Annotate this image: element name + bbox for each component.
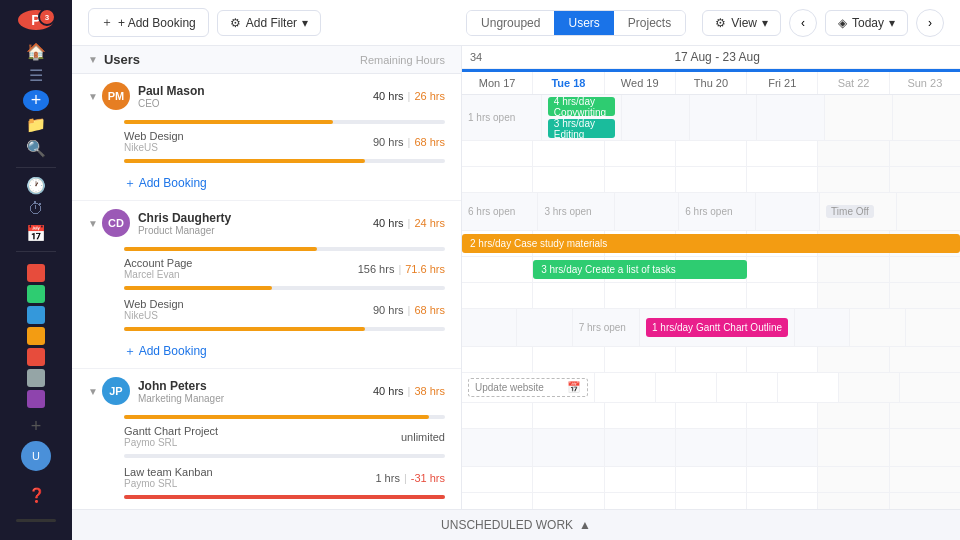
project-hours-gantt: unlimited xyxy=(401,431,445,443)
cal-chris-fri xyxy=(756,193,820,230)
project-client-wd-chris: NikeUS xyxy=(124,310,184,321)
sidebar-help[interactable]: ❓ xyxy=(18,477,54,513)
project-name-lawteam-john: Law team Kanban xyxy=(124,466,213,478)
project-name-account: Account Page xyxy=(124,257,193,269)
user-name-john: John Peters xyxy=(138,379,373,393)
sidebar-color-orange[interactable] xyxy=(27,327,45,345)
cal-cell-wd-sun xyxy=(890,141,960,166)
collapse-john-icon[interactable]: ▼ xyxy=(88,386,98,397)
user-info-chris: Chris Daugherty Product Manager xyxy=(138,211,373,236)
hours-divider: | xyxy=(408,90,411,102)
sidebar-grid[interactable] xyxy=(27,390,45,408)
collapse-paul-icon[interactable]: ▼ xyxy=(88,91,98,102)
sidebar-plus[interactable]: + xyxy=(18,416,54,437)
hours-bar-paul xyxy=(124,120,333,124)
event-gantt-outline[interactable]: 1 hrs/day Gantt Chart Outline xyxy=(646,318,788,337)
left-panel: ▼ Users Remaining Hours ▼ PM Paul Mason … xyxy=(72,46,462,509)
cal-row-john-gantt xyxy=(462,347,960,373)
cal-header-chris: 6 hrs open 3 hrs open 6 hrs open Time Of… xyxy=(462,193,960,231)
cal-row-paul-add xyxy=(462,167,960,193)
event-create-list[interactable]: 3 hrs/day Create a list of tasks xyxy=(533,260,746,279)
app-logo[interactable]: P xyxy=(18,10,54,30)
cal-cell-wd-mon xyxy=(462,141,533,166)
sidebar-color-blue[interactable] xyxy=(27,306,45,324)
user-info-paul: Paul Mason CEO xyxy=(138,84,373,109)
user-row-john: ▼ JP John Peters Marketing Manager 40 hr… xyxy=(72,369,461,413)
sidebar-color-red[interactable] xyxy=(27,264,45,282)
sidebar-search[interactable]: 🔍 xyxy=(18,139,54,159)
week-range: 17 Aug - 23 Aug xyxy=(482,50,952,64)
user-avatar[interactable]: U xyxy=(21,441,51,471)
project-hours-lawteam-john: 1 hrs | -31 hrs xyxy=(375,472,445,484)
sidebar-flag[interactable] xyxy=(27,369,45,387)
cal-cell-paul-sat xyxy=(825,95,893,140)
toolbar-right: ⚙ View ▾ ‹ ◈ Today ▾ › xyxy=(702,9,944,37)
chevron-down-icon-3: ▾ xyxy=(889,16,895,30)
add-booking-button[interactable]: ＋ + Add Booking xyxy=(88,8,209,37)
view-button[interactable]: ⚙ View ▾ xyxy=(702,10,781,36)
cal-row-chris-webdesign: 3 hrs/day Create a list of tasks xyxy=(462,257,960,283)
user-role-paul: CEO xyxy=(138,98,373,109)
day-wed: Wed 19 xyxy=(605,72,676,94)
sidebar-clock[interactable]: 🕐 xyxy=(18,175,54,195)
event-editing[interactable]: 3 hrs/day Editing xyxy=(548,119,615,138)
event-update-website[interactable]: Update website 📅 xyxy=(468,378,588,397)
project-client-gantt: Paymo SRL xyxy=(124,437,218,448)
avatar-chris: CD xyxy=(102,209,130,237)
cal-cell-paul-tue: 4 hrs/day Copywriting 3 hrs/day Editing xyxy=(542,95,622,140)
project-hours-1: 90 hrs | 68 hrs xyxy=(373,136,445,148)
cal-cell-wd-sat xyxy=(818,141,889,166)
add-booking-chris-button[interactable]: ＋ Add Booking xyxy=(124,343,445,360)
day-tue: Tue 18 xyxy=(533,72,604,94)
sidebar-folder[interactable]: 📁 xyxy=(18,115,54,135)
sidebar-list[interactable]: ☰ xyxy=(18,66,54,86)
unscheduled-bar[interactable]: UNSCHEDULED WORK ▲ xyxy=(72,509,960,540)
cal-section-kelly xyxy=(462,429,960,509)
user-row-chris: ▼ CD Chris Daugherty Product Manager 40 … xyxy=(72,201,461,245)
cal-row-paul-webdesign xyxy=(462,141,960,167)
toolbar: ＋ + Add Booking ⚙ Add Filter ▾ Ungrouped… xyxy=(72,0,960,46)
project-name-wd-chris: Web Design xyxy=(124,298,184,310)
bar-webdesign-paul xyxy=(124,159,365,163)
sidebar-calendar[interactable]: 📅 xyxy=(18,223,54,243)
project-hours-account: 156 hrs | 71.6 hrs xyxy=(358,263,445,275)
cal-section-paul: 1 hrs open 4 hrs/day Copywriting 3 hrs/d… xyxy=(462,95,960,193)
collapse-chris-icon[interactable]: ▼ xyxy=(88,218,98,229)
user-name-chris: Chris Daugherty xyxy=(138,211,373,225)
calendar-panel: 34 17 Aug - 23 Aug Mon 17 Tue 18 Wed 19 xyxy=(462,46,960,509)
sidebar-home[interactable]: 🏠 xyxy=(18,42,54,62)
sidebar-new[interactable]: + xyxy=(23,90,49,111)
user-group-chris: ▼ CD Chris Daugherty Product Manager 40 … xyxy=(72,201,461,369)
cal-cell-paul-sun xyxy=(893,95,960,140)
tab-ungrouped[interactable]: Ungrouped xyxy=(467,11,554,35)
project-row-lawteam-john: Law team Kanban Paymo SRL 1 hrs | -31 hr… xyxy=(72,462,461,493)
add-filter-button[interactable]: ⚙ Add Filter ▾ xyxy=(217,10,321,36)
nav-next-button[interactable]: › xyxy=(916,9,944,37)
cal-cell-paul-thu xyxy=(690,95,758,140)
resize-handle[interactable] xyxy=(16,519,56,522)
content-area: ▼ Users Remaining Hours ▼ PM Paul Mason … xyxy=(72,46,960,509)
user-name-paul: Paul Mason xyxy=(138,84,373,98)
add-booking-paul-button[interactable]: ＋ Add Booking xyxy=(124,175,445,192)
collapse-users-icon[interactable]: ▼ xyxy=(88,54,98,65)
cal-chris-thu: 6 hrs open xyxy=(679,193,755,230)
filter-icon: ⚙ xyxy=(230,16,241,30)
event-copywriting[interactable]: 4 hrs/day Copywriting xyxy=(548,97,615,116)
user-info-john: John Peters Marketing Manager xyxy=(138,379,373,404)
cal-john-wed: 7 hrs open xyxy=(573,309,640,346)
today-button[interactable]: ◈ Today ▾ xyxy=(825,10,908,36)
cal-cell-wd-wed xyxy=(605,141,676,166)
nav-prev-button[interactable]: ‹ xyxy=(789,9,817,37)
project-row-webdesign-paul: Web Design NikeUS 90 hrs | 68 hrs xyxy=(72,126,461,157)
tab-projects[interactable]: Projects xyxy=(614,11,685,35)
cal-cell-paul-wed xyxy=(622,95,690,140)
sidebar-time[interactable]: ⏱ xyxy=(18,199,54,219)
tab-users[interactable]: Users xyxy=(554,11,613,35)
cal-john-thu: 1 hrs/day Gantt Chart Outline xyxy=(640,309,795,346)
gear-icon: ⚙ xyxy=(715,16,726,30)
event-case-study[interactable]: 2 hrs/day Case study materials xyxy=(462,234,960,253)
sidebar-color-green[interactable] xyxy=(27,285,45,303)
add-booking-chris: ＋ Add Booking xyxy=(72,335,461,368)
cal-header-kelly xyxy=(462,429,960,467)
sidebar-color-red2[interactable] xyxy=(27,348,45,366)
